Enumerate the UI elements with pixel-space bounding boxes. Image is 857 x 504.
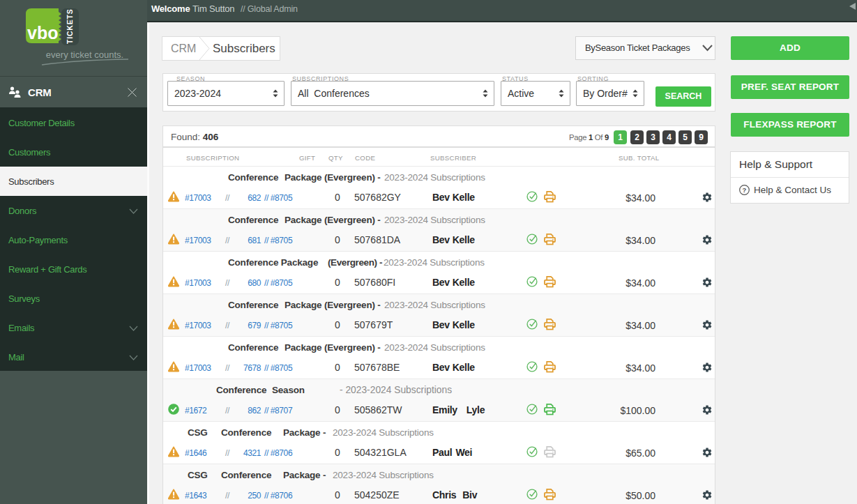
svg-text:?: ? — [743, 186, 747, 194]
svg-text:vbo: vbo — [27, 23, 58, 43]
svg-text:TICKETS: TICKETS — [66, 8, 74, 44]
